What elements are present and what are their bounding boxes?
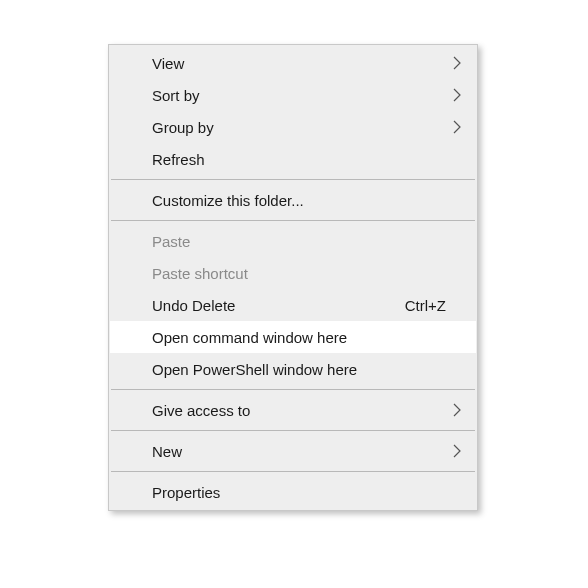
menu-item-new[interactable]: New xyxy=(110,435,476,467)
menu-item-paste: Paste xyxy=(110,225,476,257)
menu-item-label: Sort by xyxy=(152,87,464,104)
menu-separator xyxy=(111,179,475,180)
menu-item-sort-by[interactable]: Sort by xyxy=(110,79,476,111)
menu-item-view[interactable]: View xyxy=(110,47,476,79)
menu-separator xyxy=(111,430,475,431)
menu-item-customize-folder[interactable]: Customize this folder... xyxy=(110,184,476,216)
menu-item-refresh[interactable]: Refresh xyxy=(110,143,476,175)
menu-item-label: Properties xyxy=(152,484,464,501)
chevron-right-icon xyxy=(452,402,462,418)
menu-item-open-command-window[interactable]: Open command window here xyxy=(110,321,476,353)
menu-item-label: Open command window here xyxy=(152,329,464,346)
menu-item-open-powershell[interactable]: Open PowerShell window here xyxy=(110,353,476,385)
menu-separator xyxy=(111,389,475,390)
menu-item-label: Paste shortcut xyxy=(152,265,464,282)
context-menu: View Sort by Group by Refresh Customize … xyxy=(108,44,478,511)
menu-item-undo-delete[interactable]: Undo Delete Ctrl+Z xyxy=(110,289,476,321)
chevron-right-icon xyxy=(452,87,462,103)
menu-item-label: Undo Delete xyxy=(152,297,405,314)
menu-separator xyxy=(111,220,475,221)
menu-item-label: New xyxy=(152,443,464,460)
menu-item-label: Give access to xyxy=(152,402,464,419)
menu-item-label: Refresh xyxy=(152,151,464,168)
menu-item-paste-shortcut: Paste shortcut xyxy=(110,257,476,289)
menu-separator xyxy=(111,471,475,472)
menu-item-give-access-to[interactable]: Give access to xyxy=(110,394,476,426)
menu-item-label: Customize this folder... xyxy=(152,192,464,209)
menu-item-properties[interactable]: Properties xyxy=(110,476,476,508)
menu-item-label: View xyxy=(152,55,464,72)
chevron-right-icon xyxy=(452,55,462,71)
menu-item-group-by[interactable]: Group by xyxy=(110,111,476,143)
menu-item-label: Group by xyxy=(152,119,464,136)
chevron-right-icon xyxy=(452,119,462,135)
menu-item-shortcut: Ctrl+Z xyxy=(405,297,464,314)
chevron-right-icon xyxy=(452,443,462,459)
menu-item-label: Open PowerShell window here xyxy=(152,361,464,378)
menu-item-label: Paste xyxy=(152,233,464,250)
